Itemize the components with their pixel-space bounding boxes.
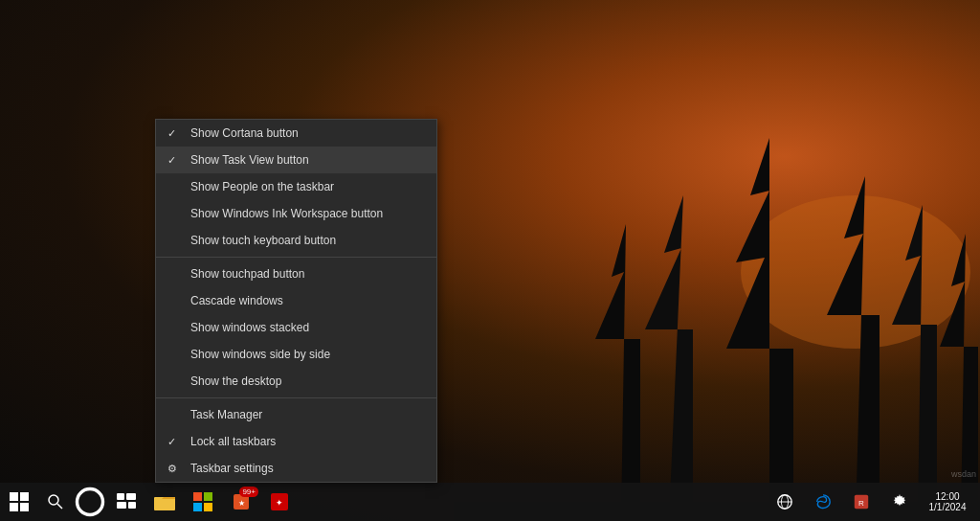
checkmark-icon: ✓ xyxy=(167,127,176,140)
svg-marker-2 xyxy=(645,195,693,521)
svg-rect-16 xyxy=(126,493,136,500)
search-button[interactable] xyxy=(38,483,73,521)
svg-rect-21 xyxy=(204,492,212,501)
svg-text:R: R xyxy=(858,499,864,508)
menu-item-label: Show Task View button xyxy=(190,153,309,167)
file-explorer-button[interactable] xyxy=(145,483,184,521)
svg-rect-22 xyxy=(193,503,202,511)
menu-item-label: Show Windows Ink Workspace button xyxy=(190,207,383,220)
menu-item-label: Show the desktop xyxy=(190,374,281,388)
checkmark-icon: ✓ xyxy=(167,154,176,167)
svg-rect-17 xyxy=(117,502,126,509)
svg-rect-11 xyxy=(20,503,29,511)
menu-item-show-cortana[interactable]: ✓Show Cortana button xyxy=(156,120,436,147)
svg-rect-19 xyxy=(154,497,175,510)
watermark: wsdan xyxy=(951,469,976,479)
cortana-button[interactable] xyxy=(73,483,107,521)
menu-item-label: Show Cortana button xyxy=(190,126,299,140)
menu-separator xyxy=(156,397,436,398)
menu-item-taskbar-settings[interactable]: ⚙Taskbar settings xyxy=(156,455,436,482)
taskview-button[interactable] xyxy=(107,483,145,521)
menu-item-label: Cascade windows xyxy=(190,294,283,307)
svg-rect-20 xyxy=(193,492,202,501)
menu-item-label: Show touchpad button xyxy=(190,267,304,281)
app5-button[interactable]: ✦ xyxy=(260,483,299,521)
menu-item-label: Show People on the taskbar xyxy=(190,180,334,193)
menu-item-show-people[interactable]: Show People on the taskbar xyxy=(156,173,436,200)
clock-date: 1/1/2024 xyxy=(929,502,967,512)
svg-rect-9 xyxy=(20,492,29,501)
checkmark-icon: ✓ xyxy=(167,436,176,448)
store-button[interactable] xyxy=(184,483,222,521)
svg-rect-10 xyxy=(10,503,18,511)
clock-time: 12:00 xyxy=(935,491,959,502)
svg-rect-18 xyxy=(128,502,136,509)
svg-line-13 xyxy=(57,504,62,509)
svg-rect-15 xyxy=(117,493,124,500)
network-icon[interactable] xyxy=(766,483,804,521)
svg-point-12 xyxy=(49,495,58,505)
gear-icon: ⚙ xyxy=(167,463,177,475)
menu-separator xyxy=(156,257,436,258)
menu-item-label: Show windows stacked xyxy=(190,321,309,334)
menu-item-show-task-view[interactable]: ✓Show Task View button xyxy=(156,147,436,173)
svg-point-14 xyxy=(78,489,103,515)
menu-item-task-manager[interactable]: Task Manager xyxy=(156,401,436,428)
menu-item-label: Show touch keyboard button xyxy=(190,234,336,247)
tree-silhouettes xyxy=(454,119,980,521)
menu-item-cascade-windows[interactable]: Cascade windows xyxy=(156,287,436,314)
app-tray-1[interactable]: R xyxy=(842,483,880,521)
menu-item-lock-taskbars[interactable]: ✓Lock all taskbars xyxy=(156,428,436,455)
svg-marker-3 xyxy=(595,224,640,521)
menu-item-label: Show windows side by side xyxy=(190,348,330,361)
menu-item-label: Task Manager xyxy=(190,408,262,421)
menu-item-label: Taskbar settings xyxy=(190,462,274,475)
menu-item-show-touch-keyboard[interactable]: Show touch keyboard button xyxy=(156,227,436,254)
context-menu: ✓Show Cortana button✓Show Task View butt… xyxy=(155,119,437,483)
svg-rect-23 xyxy=(204,503,212,511)
menu-item-show-stacked[interactable]: Show windows stacked xyxy=(156,314,436,341)
taskbar-right: R 12:00 1/1/2024 xyxy=(766,483,980,521)
svg-rect-8 xyxy=(10,492,18,501)
app-with-badge[interactable]: ★ 99+ xyxy=(222,483,260,521)
edge-icon[interactable] xyxy=(804,483,842,521)
svg-text:★: ★ xyxy=(238,499,245,508)
settings-tray-icon[interactable] xyxy=(880,483,919,521)
desktop-background xyxy=(0,0,980,521)
menu-item-show-ink[interactable]: Show Windows Ink Workspace button xyxy=(156,200,436,227)
menu-item-show-touchpad[interactable]: Show touchpad button xyxy=(156,260,436,287)
menu-item-show-desktop[interactable]: Show the desktop xyxy=(156,368,436,395)
taskbar-clock[interactable]: 12:00 1/1/2024 xyxy=(919,483,976,521)
start-button[interactable] xyxy=(0,483,38,521)
menu-item-label: Lock all taskbars xyxy=(190,435,276,448)
app-badge: 99+ xyxy=(239,487,258,497)
svg-text:✦: ✦ xyxy=(276,498,283,508)
taskbar: ★ 99+ ✦ R xyxy=(0,483,980,521)
menu-item-show-side-by-side[interactable]: Show windows side by side xyxy=(156,341,436,368)
